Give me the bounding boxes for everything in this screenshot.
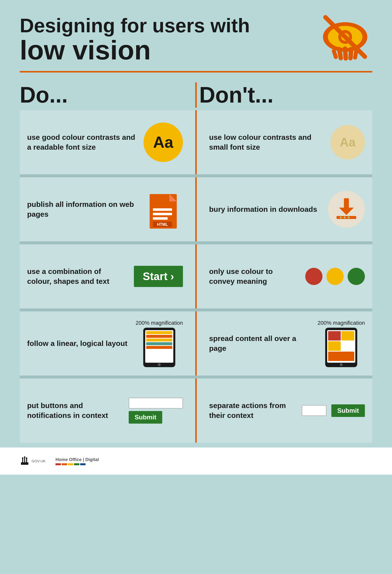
header-title: Designing for users with low vision [20,15,318,64]
tablet-bar-2 [146,335,172,338]
tablet-bar-4 [146,342,172,345]
gov-text: GOV.UK [32,459,46,464]
row-1-do: use good colour contrasts and a readable… [20,110,195,174]
tablet-clean-device [143,328,175,367]
row-2-dont-icon [328,191,365,228]
footer: GOV.UK Home Office | Digital [0,448,392,475]
gov-line1: GOV.UK [32,459,46,464]
low-vision-icon [318,12,372,62]
sep-input-demo [302,405,327,416]
row-4-dont-icon: 200% magnification [318,320,365,367]
header-line2: low vision [20,37,318,64]
row-sep-1 [20,174,372,177]
row-2-do: publish all information on web pages HTM… [20,177,195,241]
row-5-dont-text: separate actions from their context [209,401,294,421]
svg-rect-25 [22,459,23,463]
svg-point-21 [340,216,342,218]
tablet-messy-device [325,328,357,367]
dot-red [305,268,323,285]
header-line1: Designing for users with [20,15,318,37]
row-5-do-icon: Submit [129,398,183,424]
tablet-bar-3 [146,339,172,342]
start-button-demo: Start › [134,266,183,287]
messy-cell-4 [341,341,354,351]
row-2-do-text: publish all information on web pages [27,200,141,219]
svg-rect-24 [21,462,28,465]
row-1-dont-text: use low colour contrasts and small font … [209,132,323,152]
row-3-do-text: use a combination of colour, shapes and … [27,266,126,287]
start-button-label: Start [143,270,167,283]
aa-gold-icon: Aa [144,123,183,162]
row-1-dont-icon: Aa [330,125,365,160]
row-3: use a combination of colour, shapes and … [20,244,372,308]
html-doc-svg: HTML [148,189,183,230]
row-3-do: use a combination of colour, shapes and … [20,244,195,308]
tablet-bar-1 [146,331,172,334]
row-2-dont-text: bury information in downloads [209,205,321,215]
footer-org-name: Home Office | Digital [56,457,99,462]
svg-rect-12 [150,194,169,202]
footer-color-bar [56,463,85,465]
magnification-label-dont: 200% magnification [318,320,365,326]
sep-submit-btn: Submit [331,404,365,417]
content-area: use good colour contrasts and a readable… [0,110,392,443]
tablet-bar-5 [146,346,172,349]
tablet-messy-home [340,363,343,366]
gov-logo: GOV.UK [20,456,46,466]
row-2: publish all information on web pages HTM… [20,177,372,241]
svg-point-28 [22,457,23,459]
svg-point-23 [348,216,350,218]
row-3-dont-icon [305,268,365,285]
magnification-label-do: 200% magnification [136,320,183,326]
form-submit-btn: Submit [129,411,162,424]
row-2-do-icon: HTML [148,189,183,230]
row-sep-2 [20,241,372,244]
row-1-dont: use low colour contrasts and small font … [197,110,372,174]
row-1-do-icon: Aa [144,123,183,162]
download-circle-icon [328,191,365,228]
form-context-demo: Submit [129,398,183,424]
tablet-messy-screen [327,330,355,363]
row-3-dont-text: only use colour to convey meaning [209,266,298,287]
footer-color-1 [56,463,61,465]
svg-point-22 [344,216,346,218]
row-4-dont-text: spread content all over a page [209,334,310,354]
row-5-do-text: put buttons and notifications in context [27,401,121,421]
footer-logo-block: Home Office | Digital [56,457,99,465]
svg-rect-26 [24,458,25,463]
row-5: put buttons and notifications in context… [20,378,372,443]
separated-form-demo: Submit [302,404,365,417]
tablet-messy-wrap: 200% magnification [318,320,365,367]
svg-point-30 [26,457,27,459]
row-2-dont: bury information in downloads [197,177,372,241]
row-5-dont: separate actions from their context Subm… [197,378,372,443]
row-5-do: put buttons and notifications in context… [20,378,195,443]
svg-rect-15 [153,217,168,220]
form-input-demo [129,398,183,409]
dot-yellow [327,268,344,285]
row-4-dont: spread content all over a page 200% magn… [197,311,372,375]
header: Designing for users with low vision [0,0,392,71]
footer-color-5 [80,463,85,465]
svg-marker-19 [339,208,354,215]
svg-rect-27 [26,459,27,463]
messy-cell-1 [328,331,341,341]
svg-point-29 [24,456,25,458]
column-divider-header [195,82,197,108]
tablet-clean-screen [145,330,173,363]
row-4-do-icon: 200% magnification [136,320,183,367]
section-divider [20,71,372,72]
row-1-do-text: use good colour contrasts and a readable… [27,132,136,152]
svg-rect-14 [153,213,172,215]
svg-rect-20 [336,216,356,219]
footer-color-3 [68,463,73,465]
row-1: use good colour contrasts and a readable… [20,110,372,174]
footer-color-2 [62,463,67,465]
color-dots-demo [305,268,365,285]
dont-header: Don't... [199,82,372,108]
messy-cell-2 [341,331,354,341]
do-header: Do... [20,82,193,108]
row-3-dont: only use colour to convey meaning [197,244,372,308]
row-4-do-text: follow a linear, logical layout [27,339,128,349]
tablet-home-button [158,363,161,366]
